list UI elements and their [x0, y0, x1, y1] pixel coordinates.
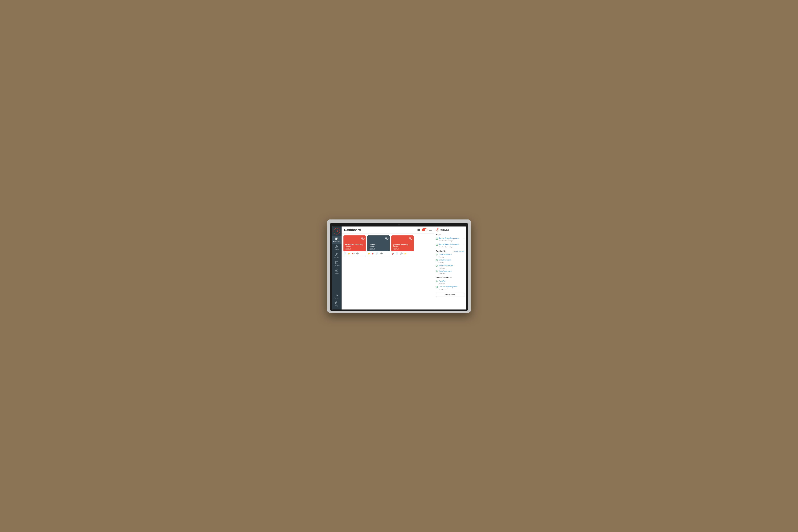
todo-check-icon-2: [436, 244, 438, 246]
todo-section-title: To Do: [436, 233, 464, 236]
card-toolbar-3: 📢 📄 💬 📁: [391, 251, 414, 256]
coming-text-2: Unit 2 Discussion Tuesday: [439, 259, 451, 264]
sidebar-item-inbox[interactable]: Inbox: [332, 267, 342, 275]
courses-icon: [335, 245, 338, 248]
card-toolbar-2: 📁 📢 📄 💬: [367, 251, 390, 256]
account-icon: [335, 293, 338, 297]
grid-view-icon[interactable]: [418, 229, 420, 231]
feedback-link-2[interactable]: Croc O Group Assignment: [439, 286, 457, 288]
coming-item-3: Midterm Assignment Thursday: [436, 264, 464, 270]
todo-text-2: Turn in Video Assignment due: Oct 8 at 1…: [439, 243, 459, 248]
svg-rect-6: [336, 261, 338, 264]
coming-text-3: Midterm Assignment Thursday: [439, 265, 453, 269]
card-toolbar-1: 📄 📁 📢 💬: [343, 251, 366, 256]
svg-rect-17: [453, 251, 455, 252]
svg-point-14: [437, 229, 438, 230]
card-b-icon-1: B: [361, 237, 364, 240]
sidebar-item-calendar[interactable]: Calendar: [332, 260, 342, 267]
coming-text-1: Group Assignment Monday: [439, 253, 452, 258]
card-file-icon-2[interactable]: 📄: [376, 252, 379, 255]
coming-day-3: Thursday: [439, 267, 445, 269]
main-content: Dashboard: [342, 227, 434, 309]
coming-day-4: Thursday: [439, 273, 445, 274]
sidebar-calendar-label: Calendar: [334, 265, 340, 266]
course-cards-row: B Intermediate Accounting I ACC-2250 202…: [343, 235, 432, 256]
coming-check-icon-1: [436, 254, 438, 255]
feedback-item-2: Croc O Group Assignment 10 out of 10: [436, 285, 464, 291]
feedback-check-icon-1: [436, 281, 438, 282]
feedback-text-1: Pass/Fail Complete: [439, 280, 445, 285]
inbox-icon: [335, 269, 338, 272]
coming-link-2[interactable]: Unit 2 Discussion: [439, 259, 451, 261]
svg-rect-1: [337, 238, 338, 239]
todo-close-2[interactable]: ×: [463, 243, 464, 245]
coming-item-2: Unit 2 Discussion Tuesday: [436, 259, 464, 264]
feedback-link-1[interactable]: Pass/Fail: [439, 280, 445, 282]
coming-item-4: Video Assignment Thursday: [436, 270, 464, 276]
svg-rect-2: [336, 239, 337, 240]
todo-due-2: due: Oct 8 at 11:59pm: [439, 246, 453, 248]
sidebar-logo[interactable]: B: [334, 228, 340, 234]
card-announce-icon-3[interactable]: 📢: [391, 252, 395, 255]
todo-due-1: due: Oct 5 at 11:59pm: [439, 240, 453, 242]
sidebar-item-courses[interactable]: Courses: [332, 244, 342, 252]
course-card-quantitative[interactable]: B Quantitative Literacy MTH 1010 2020 Fa…: [391, 235, 414, 251]
todo-close-1[interactable]: ×: [463, 238, 464, 239]
right-panel: canvas To Do Turn in Group Assignment du…: [434, 227, 466, 309]
card-announce-icon-2[interactable]: 📢: [372, 252, 375, 255]
coming-item-1: Group Assignment Monday: [436, 253, 464, 259]
sidebar-item-help[interactable]: Help: [332, 300, 342, 308]
card-chat-icon-2[interactable]: 💬: [380, 252, 383, 255]
sidebar-courses-label: Courses: [334, 249, 340, 250]
sidebar-help-label: Help: [335, 305, 338, 307]
card-folder-icon-3[interactable]: 📁: [404, 252, 407, 255]
course-card-taxation[interactable]: B Taxation I ACC-2250 2020 Fall: [367, 235, 390, 251]
camera: [398, 224, 400, 226]
view-grades-button[interactable]: View Grades: [436, 292, 464, 297]
sidebar-item-account[interactable]: Account: [332, 292, 342, 300]
card-info-2: Taxation I ACC-2250 2020 Fall: [369, 244, 376, 250]
sidebar-item-dashboard[interactable]: Dashboard: [332, 236, 342, 244]
card-code-2: ACC-2250: [369, 246, 376, 248]
screen: B Dashboard Courses: [332, 227, 466, 309]
todo-check-icon-1: [436, 238, 438, 240]
todo-link-2[interactable]: Turn in Video Assignment: [439, 243, 459, 245]
card-file-icon-3[interactable]: 📄: [396, 252, 399, 255]
card-folder-icon-1[interactable]: 📁: [348, 252, 351, 255]
coming-text-4: Video Assignment Thursday: [439, 270, 452, 275]
card-chat-icon-3[interactable]: 💬: [400, 252, 403, 255]
card-folder-icon-2[interactable]: 📁: [367, 252, 370, 255]
view-calendar-label: View Calendar: [455, 250, 464, 252]
view-calendar-button[interactable]: View Calendar: [453, 250, 464, 252]
coming-link-1[interactable]: Group Assignment: [439, 253, 452, 255]
card-term-1: 2020 Fall: [345, 248, 364, 250]
todo-link-1[interactable]: Turn in Group Assignment: [439, 238, 459, 239]
card-announce-icon-1[interactable]: 📢: [352, 252, 355, 255]
svg-rect-3: [337, 239, 338, 240]
laptop-wrapper: B Dashboard Courses: [327, 220, 471, 313]
feedback-text-2: Croc O Group Assignment 10 out of 10: [439, 286, 457, 290]
page-title: Dashboard: [344, 228, 361, 232]
top-bar: Dashboard: [342, 227, 434, 233]
feedback-sub-1: Complete: [439, 283, 445, 285]
todo-item-2: Turn in Video Assignment due: Oct 8 at 1…: [436, 243, 464, 249]
sidebar-item-groups[interactable]: Groups: [332, 252, 342, 260]
svg-point-10: [336, 294, 337, 295]
coming-link-3[interactable]: Midterm Assignment: [439, 265, 453, 266]
view-toggle[interactable]: [422, 228, 428, 231]
card-code-1: ACC-2250: [345, 246, 364, 248]
coming-check-icon-3: [436, 265, 438, 267]
canvas-logo: canvas: [436, 228, 464, 232]
course-card-1: B Intermediate Accounting I ACC-2250 202…: [343, 235, 366, 256]
coming-check-icon-2: [436, 259, 438, 261]
card-chat-icon-1[interactable]: 💬: [356, 252, 359, 255]
menu-icon[interactable]: [429, 229, 432, 231]
card-term-3: 2020 Fall: [393, 248, 408, 250]
sidebar-groups-label: Groups: [334, 256, 339, 258]
coming-link-4[interactable]: Video Assignment: [439, 270, 452, 272]
coming-check-icon-4: [436, 270, 438, 272]
card-info-3: Quantitative Literacy MTH 1010 2020 Fall: [393, 244, 408, 250]
card-file-icon-1[interactable]: 📄: [343, 252, 347, 255]
course-card-intermediate[interactable]: B Intermediate Accounting I ACC-2250 202…: [343, 235, 366, 251]
sidebar-dashboard-label: Dashboard: [333, 241, 340, 243]
